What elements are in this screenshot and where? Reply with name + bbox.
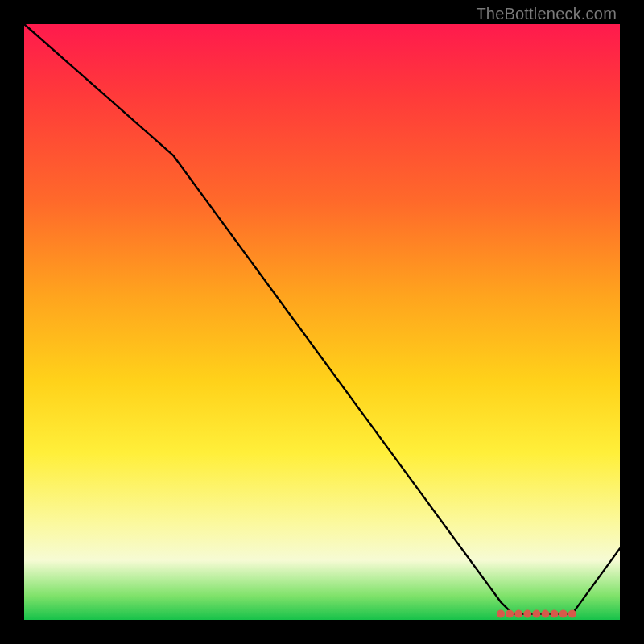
flat-marker: [523, 610, 531, 618]
flat-marker: [542, 610, 550, 618]
chart-overlay: [24, 24, 620, 620]
flat-marker: [532, 610, 540, 618]
chart-frame: TheBottleneck.com: [0, 0, 644, 644]
flat-marker: [514, 610, 522, 618]
flat-marker: [559, 610, 568, 618]
flat-marker: [497, 610, 505, 618]
chart-line: [24, 24, 620, 614]
watermark-text: TheBottleneck.com: [476, 5, 617, 23]
flat-marker: [506, 610, 514, 618]
flat-marker: [568, 610, 576, 618]
flat-segment-markers: [497, 610, 576, 618]
flat-marker: [551, 610, 559, 618]
